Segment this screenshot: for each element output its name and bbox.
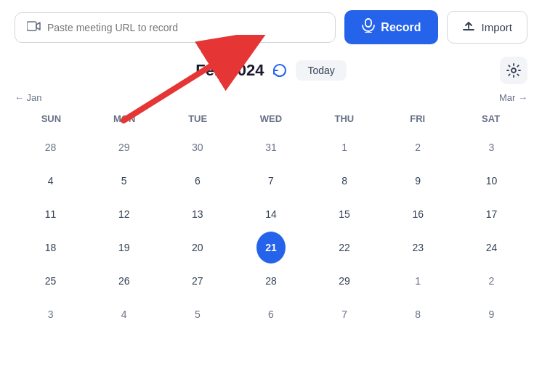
settings-button[interactable] — [500, 57, 527, 84]
calendar-day[interactable]: 17 — [477, 198, 506, 230]
svg-rect-1 — [365, 19, 371, 27]
calendar-day[interactable]: 30 — [183, 131, 212, 163]
calendar-day[interactable]: 3 — [477, 131, 506, 163]
prev-month-button[interactable]: ← Jan — [15, 92, 58, 103]
calendar-day[interactable]: 6 — [256, 298, 286, 330]
calendar-day[interactable]: 5 — [110, 165, 139, 197]
upload-icon — [462, 20, 475, 35]
calendar-day[interactable]: 6 — [183, 165, 212, 197]
calendar-grid: 2829303112345678910111213141516171819202… — [15, 131, 527, 330]
calendar-day[interactable]: 14 — [256, 198, 286, 230]
day-header: SUN — [15, 109, 88, 128]
calendar-day[interactable]: 20 — [183, 232, 212, 264]
today-button[interactable]: Today — [296, 60, 346, 81]
import-label: Import — [481, 21, 512, 33]
calendar-day[interactable]: 10 — [477, 165, 506, 197]
calendar-day[interactable]: 1 — [403, 265, 432, 297]
calendar-day[interactable]: 24 — [477, 232, 506, 264]
calendar-day[interactable]: 2 — [477, 265, 506, 297]
calendar-day[interactable]: 7 — [256, 165, 286, 197]
mic-icon — [362, 18, 375, 36]
url-input[interactable] — [47, 22, 323, 33]
month-year: Feb 2024 — [195, 61, 264, 80]
calendar-day[interactable]: 4 — [110, 298, 139, 330]
calendar-day[interactable]: 11 — [36, 198, 65, 230]
calendar-day[interactable]: 8 — [403, 298, 432, 330]
calendar-day[interactable]: 5 — [183, 298, 212, 330]
day-header: TUE — [161, 109, 235, 128]
calendar-day[interactable]: 15 — [330, 198, 359, 230]
calendar-day[interactable]: 23 — [403, 232, 432, 264]
day-header: WED — [235, 109, 308, 128]
calendar-day[interactable]: 7 — [330, 298, 359, 330]
nav-row: ← Jan Mar → — [15, 92, 527, 103]
day-header: MON — [88, 109, 161, 128]
calendar-day[interactable]: 31 — [256, 131, 286, 163]
refresh-button[interactable] — [272, 63, 287, 78]
day-header: THU — [307, 109, 381, 128]
record-label: Record — [381, 21, 421, 34]
camera-icon — [27, 20, 41, 35]
calendar-day[interactable]: 26 — [110, 265, 139, 297]
day-header: SAT — [454, 109, 527, 128]
calendar-day[interactable]: 1 — [330, 131, 359, 163]
svg-rect-0 — [27, 22, 36, 30]
calendar-day[interactable]: 28 — [36, 131, 65, 163]
calendar-day[interactable]: 12 — [110, 198, 139, 230]
calendar-day[interactable]: 27 — [183, 265, 212, 297]
calendar-day[interactable]: 21 — [256, 232, 286, 264]
calendar-day[interactable]: 16 — [403, 198, 432, 230]
record-button[interactable]: Record — [344, 10, 438, 44]
calendar-day[interactable]: 13 — [183, 198, 212, 230]
calendar-day[interactable]: 4 — [36, 165, 65, 197]
svg-point-6 — [511, 68, 516, 73]
calendar-day[interactable]: 29 — [110, 131, 139, 163]
calendar-day[interactable]: 8 — [330, 165, 359, 197]
import-button[interactable]: Import — [447, 11, 527, 44]
calendar-header: Feb 2024 Today — [15, 60, 527, 81]
top-bar: Record Import — [0, 0, 542, 54]
calendar-day[interactable]: 9 — [403, 165, 432, 197]
next-month-button[interactable]: Mar → — [484, 92, 527, 103]
calendar-day[interactable]: 28 — [256, 265, 286, 297]
calendar-day[interactable]: 19 — [110, 232, 139, 264]
calendar-day[interactable]: 25 — [36, 265, 65, 297]
calendar-day[interactable]: 2 — [403, 131, 432, 163]
calendar-day[interactable]: 29 — [330, 265, 359, 297]
calendar-day[interactable]: 18 — [36, 232, 65, 264]
day-headers: SUNMONTUEWEDTHUFRISAT — [15, 109, 527, 128]
day-header: FRI — [381, 109, 454, 128]
calendar-container: Feb 2024 Today ← Jan Mar → SUNMONTUEWEDT… — [0, 54, 542, 345]
url-input-wrapper[interactable] — [15, 12, 336, 43]
calendar-day[interactable]: 22 — [330, 232, 359, 264]
calendar-day[interactable]: 3 — [36, 298, 65, 330]
calendar-day[interactable]: 9 — [477, 298, 506, 330]
